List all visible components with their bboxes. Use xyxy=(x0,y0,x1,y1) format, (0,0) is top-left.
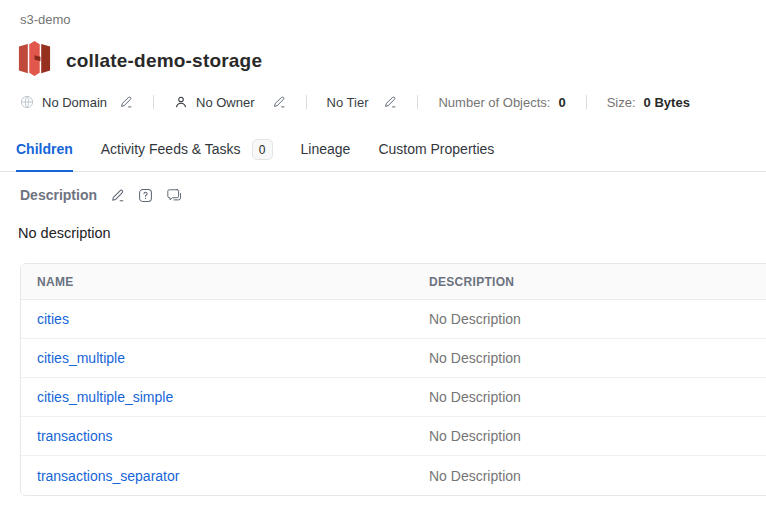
breadcrumb: s3-demo xyxy=(20,12,71,27)
activity-count-badge: 0 xyxy=(252,139,273,160)
tab-custom-properties-label: Custom Properties xyxy=(378,141,494,157)
tab-children[interactable]: Children xyxy=(16,139,73,172)
edit-description-pencil-icon[interactable] xyxy=(110,188,125,203)
tab-activity-label: Activity Feeds & Tasks xyxy=(101,141,241,157)
size-label: Size: xyxy=(607,95,636,110)
size-field: Size: 0 Bytes xyxy=(607,95,690,110)
size-value: 0 Bytes xyxy=(644,95,690,110)
owner-field: No Owner xyxy=(174,95,286,110)
tab-custom-properties[interactable]: Custom Properties xyxy=(378,139,494,172)
child-description: No Description xyxy=(413,417,766,456)
request-description-icon[interactable] xyxy=(138,188,153,203)
objects-count-value: 0 xyxy=(558,95,565,110)
objects-count-label: Number of Objects: xyxy=(438,95,550,110)
description-header: Description xyxy=(20,187,182,203)
divider xyxy=(306,95,307,109)
tab-bar: Children Activity Feeds & Tasks 0 Lineag… xyxy=(0,139,766,172)
domain-label: No Domain xyxy=(42,95,107,110)
tier-field: No Tier xyxy=(327,95,398,110)
child-description: No Description xyxy=(413,339,766,378)
column-header-name: NAME xyxy=(21,264,413,300)
edit-owner-pencil-icon[interactable] xyxy=(272,95,286,109)
breadcrumb-item-s3-demo[interactable]: s3-demo xyxy=(20,12,71,27)
comments-icon[interactable] xyxy=(166,188,182,203)
table-row: cities_multiple_simple No Description xyxy=(21,378,766,417)
tier-label: No Tier xyxy=(327,95,369,110)
table-row: transactions No Description xyxy=(21,417,766,456)
table-row: cities No Description xyxy=(21,300,766,339)
storage-container-page: s3-demo collate-demo-storage No Domain xyxy=(0,0,766,520)
child-description: No Description xyxy=(413,300,766,339)
edit-tier-pencil-icon[interactable] xyxy=(383,95,397,109)
table-header-row: NAME DESCRIPTION xyxy=(21,264,766,300)
entity-header: collate-demo-storage xyxy=(18,40,262,81)
objects-count-field: Number of Objects: 0 xyxy=(438,95,565,110)
child-description: No Description xyxy=(413,378,766,417)
tab-children-label: Children xyxy=(16,141,73,157)
divider xyxy=(586,95,587,109)
description-text: No description xyxy=(18,225,111,241)
child-link-cities-multiple-simple[interactable]: cities_multiple_simple xyxy=(37,389,173,405)
domain-field: No Domain xyxy=(20,95,133,110)
globe-icon xyxy=(20,95,34,109)
child-link-cities[interactable]: cities xyxy=(37,311,69,327)
s3-bucket-icon xyxy=(18,40,51,81)
column-header-description: DESCRIPTION xyxy=(413,264,766,300)
description-label: Description xyxy=(20,187,97,203)
tab-lineage-label: Lineage xyxy=(301,141,351,157)
page-title: collate-demo-storage xyxy=(66,50,262,72)
entity-meta-bar: No Domain No Owner No Tier xyxy=(20,92,766,112)
child-link-cities-multiple[interactable]: cities_multiple xyxy=(37,350,125,366)
child-description: No Description xyxy=(413,456,766,495)
owner-label: No Owner xyxy=(196,95,255,110)
tab-activity-feeds-tasks[interactable]: Activity Feeds & Tasks 0 xyxy=(101,139,273,172)
divider xyxy=(417,95,418,109)
table-row: cities_multiple No Description xyxy=(21,339,766,378)
person-icon xyxy=(174,95,188,109)
child-link-transactions-separator[interactable]: transactions_separator xyxy=(37,468,179,484)
edit-domain-pencil-icon[interactable] xyxy=(119,95,133,109)
child-link-transactions[interactable]: transactions xyxy=(37,428,112,444)
table-row: transactions_separator No Description xyxy=(21,456,766,495)
tab-lineage[interactable]: Lineage xyxy=(301,139,351,172)
children-table: NAME DESCRIPTION cities No Description c… xyxy=(20,263,766,496)
divider xyxy=(153,95,154,109)
